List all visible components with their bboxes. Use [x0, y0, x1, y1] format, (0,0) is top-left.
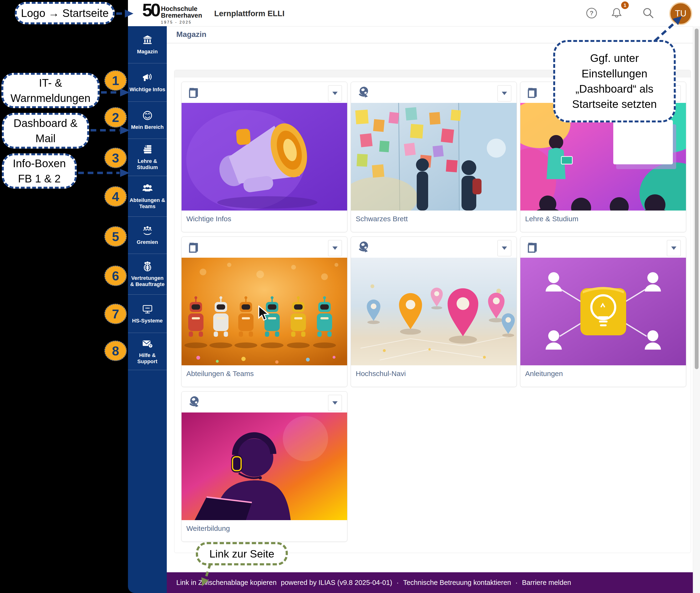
- card-title-link[interactable]: Weiterbildung: [186, 524, 342, 532]
- card-title-link[interactable]: Lehre & Studium: [525, 215, 681, 223]
- sidebar-item-label: Abteilungen & Teams: [128, 197, 167, 209]
- chevron-down-icon: [671, 246, 676, 250]
- card-wichtige-infos[interactable]: Wichtige Infos: [181, 82, 347, 232]
- monitor-icon: ***: [142, 304, 153, 316]
- sidebar-item-mein-bereich[interactable]: Mein Bereich: [128, 102, 167, 139]
- card-actions-dropdown[interactable]: [328, 240, 342, 256]
- sidebar-item-lehre-studium[interactable]: Lehre & Studium: [128, 139, 167, 176]
- sidebar-item-label: Vertretungen & Beauftragte: [128, 275, 167, 287]
- globe-people-icon: [142, 261, 153, 273]
- annotation-callout: Dashboard & Mail: [2, 113, 89, 149]
- avatar[interactable]: TU: [669, 2, 692, 25]
- settings-callout-line: Ggf. unter: [590, 50, 639, 66]
- sidebar-item-abteilungen-teams[interactable]: Abteilungen & Teams: [128, 176, 167, 217]
- folder-icon: [188, 86, 200, 99]
- sidebar-item-vertretungen-beauftragte[interactable]: Vertretungen & Beauftragte: [128, 254, 167, 294]
- chevron-down-icon: [332, 92, 338, 95]
- app-header: 50 Hochschule Bremerhaven 1975 - 2025 Le…: [128, 0, 700, 27]
- link-callout: Link zur Seite: [196, 542, 288, 565]
- card-actions-dropdown[interactable]: [328, 395, 342, 411]
- settings-callout-line: „Dashboard“ als: [576, 81, 653, 96]
- annotation-callout: Info-Boxen FB 1 & 2: [2, 153, 77, 189]
- sidebar-item-label: Hilfe & Support: [128, 352, 167, 365]
- svg-text:?: ?: [149, 344, 151, 348]
- books-icon: [142, 144, 153, 156]
- callout-line: FB 1 & 2: [18, 171, 61, 186]
- callout-line: Info-Boxen: [13, 156, 66, 171]
- headphones-illustration: [182, 412, 347, 520]
- sidebar-item-label: Mein Bereich: [130, 124, 165, 130]
- svg-text:***: ***: [145, 306, 150, 310]
- card-actions-dropdown[interactable]: [667, 240, 681, 256]
- card-title-link[interactable]: Wichtige Infos: [186, 215, 342, 223]
- settings-callout: Ggf. unter Einstellungen „Dashboard“ als…: [553, 40, 676, 122]
- sidebar-item-label: HS-Systeme: [131, 318, 164, 324]
- footer-link[interactable]: Barriere melden: [522, 579, 571, 587]
- settings-callout-line: Einstellungen: [582, 66, 647, 81]
- card-title-link[interactable]: Abteilungen & Teams: [186, 369, 342, 378]
- chevron-down-icon: [332, 401, 338, 405]
- step-badge-5: 5: [104, 226, 127, 247]
- card-schwarzes-brett[interactable]: Schwarzes Brett: [351, 82, 517, 232]
- scrollbar[interactable]: [693, 26, 700, 593]
- card-anleitungen[interactable]: Anleitungen: [520, 236, 686, 387]
- card-actions-dropdown[interactable]: [498, 85, 511, 102]
- folder-icon: [188, 241, 200, 253]
- callout-line: Mail: [36, 131, 56, 146]
- settings-callout-line: Startseite setzten: [572, 96, 657, 112]
- logo-line1: Hochschule: [161, 6, 202, 12]
- bank-icon: [142, 35, 153, 46]
- megaphone-icon: [142, 72, 153, 84]
- search-icon[interactable]: [641, 6, 655, 20]
- folder-icon: [526, 241, 540, 253]
- map-pins-illustration: [351, 258, 517, 365]
- sidebar-item-hilfe-support[interactable]: ? Hilfe & Support: [128, 333, 167, 370]
- page-title: Lernplattform ELLI: [214, 9, 285, 18]
- sidebar-item-magazin[interactable]: Magazin: [128, 26, 167, 63]
- footer-link[interactable]: Technische Betreuung kontaktieren: [403, 579, 511, 587]
- chevron-down-icon: [502, 92, 507, 95]
- lightbulb-illustration: [520, 258, 686, 365]
- notifications-bell-icon[interactable]: [610, 6, 624, 20]
- card-actions-dropdown[interactable]: [328, 85, 342, 102]
- logo-line2: Bremerhaven: [161, 12, 202, 19]
- screenshot-canvas: 50 Hochschule Bremerhaven 1975 - 2025 Le…: [0, 0, 700, 593]
- logo-callout: Logo → Startseite: [15, 2, 115, 24]
- chevron-down-icon: [502, 246, 507, 250]
- main-sidebar: Magazin Wichtige Infos Mein Bereich Lehr…: [128, 26, 167, 593]
- card-title-link[interactable]: Hochschul-Navi: [356, 369, 512, 378]
- footer-separator: ·: [515, 579, 518, 587]
- link-callout-text: Link zur Seite: [210, 546, 274, 561]
- sidebar-item-label: Gremien: [136, 239, 159, 245]
- breadcrumb[interactable]: Magazin: [176, 30, 206, 39]
- card-title-link[interactable]: Schwarzes Brett: [356, 215, 512, 223]
- notification-count-badge: 1: [621, 1, 629, 9]
- link-icon: [188, 396, 200, 408]
- committee-icon: [142, 225, 153, 237]
- hochschule-bremerhaven-logo[interactable]: 50 Hochschule Bremerhaven 1975 - 2025: [142, 1, 202, 25]
- sidebar-item-hs-systeme[interactable]: *** HS-Systeme: [128, 294, 167, 333]
- scrollbar-thumb[interactable]: [695, 29, 699, 369]
- card-title-link[interactable]: Anleitungen: [525, 369, 681, 378]
- card-grid: Wichtige Infos Schwarzes Brett Lehre & S…: [181, 82, 687, 542]
- app-footer: Link in Zwischenablage kopierenpowered b…: [167, 572, 700, 593]
- card-actions-dropdown[interactable]: [498, 240, 511, 256]
- sidebar-item-label: Lehre & Studium: [128, 158, 167, 170]
- footer-link[interactable]: powered by ILIAS (v9.8 2025-04-01): [281, 579, 393, 587]
- card-abteilungen-teams[interactable]: Abteilungen & Teams: [181, 236, 347, 387]
- card-hochschul-navi[interactable]: Hochschul-Navi: [351, 236, 517, 387]
- help-icon[interactable]: ?: [585, 6, 598, 20]
- footer-link[interactable]: Link in Zwischenablage kopieren: [176, 579, 277, 587]
- sidebar-item-label: Magazin: [136, 49, 159, 55]
- logo-years: 1975 - 2025: [161, 20, 202, 25]
- footer-separator: ·: [397, 579, 399, 587]
- logo-callout-text: Logo → Startseite: [21, 5, 109, 21]
- mail-help-icon: ?: [142, 338, 153, 350]
- step-badge-8: 8: [104, 341, 127, 361]
- step-badge-3: 3: [104, 148, 127, 168]
- sidebar-item-gremien[interactable]: Gremien: [128, 217, 167, 254]
- people-icon: [142, 183, 153, 195]
- sidebar-item-wichtige-infos[interactable]: Wichtige Infos: [128, 63, 167, 102]
- step-badge-4: 4: [104, 186, 127, 207]
- card-weiterbildung[interactable]: Weiterbildung: [181, 391, 347, 542]
